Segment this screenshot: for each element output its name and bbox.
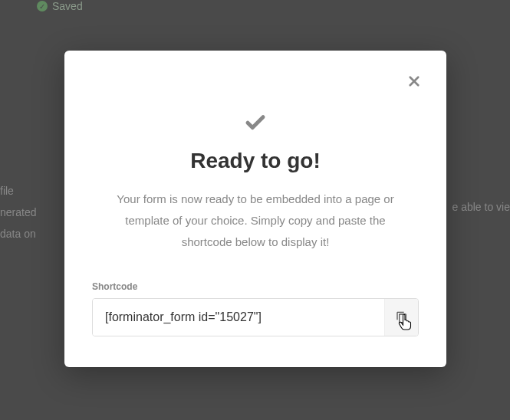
copy-button[interactable]	[384, 299, 418, 336]
shortcode-field	[92, 298, 419, 336]
modal-dialog: Ready to go! Your form is now ready to b…	[64, 51, 446, 367]
shortcode-section: Shortcode	[92, 281, 419, 336]
shortcode-label: Shortcode	[92, 281, 419, 292]
shortcode-input[interactable]	[93, 299, 384, 336]
modal-overlay: Ready to go! Your form is now ready to b…	[0, 0, 510, 420]
modal-description: Your form is now ready to be embedded in…	[92, 189, 419, 252]
close-icon	[407, 74, 421, 88]
success-check-icon	[92, 110, 419, 133]
close-button[interactable]	[402, 69, 426, 94]
copy-icon	[396, 311, 408, 323]
modal-title: Ready to go!	[92, 149, 419, 173]
